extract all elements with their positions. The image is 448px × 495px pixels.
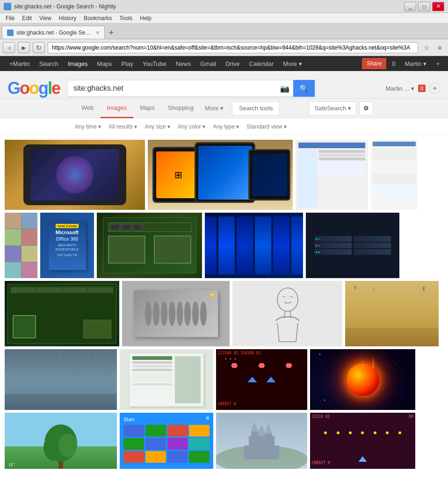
filter-standard-view[interactable]: Standard view ▾ bbox=[246, 123, 286, 130]
active-tab[interactable]: site:ghacks.net - Google Search × bbox=[2, 26, 105, 39]
bookmark-star-icon[interactable]: ☆ bbox=[421, 42, 432, 53]
search-button[interactable]: 🔍 bbox=[293, 80, 315, 97]
google-header: Google 📷 🔍 Martin ... ▾ 0 + bbox=[0, 71, 448, 99]
camera-search-icon[interactable]: 📷 bbox=[276, 84, 293, 93]
filter-any-time[interactable]: Any time ▾ bbox=[75, 123, 101, 130]
menu-bookmarks[interactable]: Bookmarks bbox=[80, 14, 116, 22]
list-item[interactable] bbox=[5, 281, 119, 346]
list-item[interactable] bbox=[5, 213, 37, 278]
list-item[interactable]: need 2 know Microsoft Office 365 SECURIT… bbox=[40, 213, 94, 278]
svg-line-14 bbox=[107, 349, 108, 359]
tab-images[interactable]: Images bbox=[101, 99, 134, 118]
plus-button[interactable]: + bbox=[432, 60, 443, 67]
url-input[interactable] bbox=[48, 42, 418, 53]
svg-line-11 bbox=[79, 349, 79, 359]
tab-more[interactable]: More ▾ bbox=[200, 99, 228, 118]
list-item[interactable] bbox=[205, 213, 303, 278]
martin-label: Martin bbox=[405, 60, 422, 67]
svg-line-4 bbox=[13, 349, 14, 359]
menu-view[interactable]: View bbox=[36, 14, 55, 22]
svg-line-9 bbox=[60, 350, 61, 359]
tab-bar: site:ghacks.net - Google Search × + bbox=[0, 23, 448, 39]
google-nav-news[interactable]: News bbox=[171, 56, 196, 71]
logo-text: Google bbox=[7, 79, 60, 98]
list-item[interactable] bbox=[310, 349, 415, 410]
menu-tools[interactable]: Tools bbox=[116, 14, 136, 22]
list-item[interactable]: 12310 81 DP CREDIT 9 bbox=[310, 413, 415, 469]
image-row-3 bbox=[5, 281, 443, 346]
user-display-name: Martin ... ▾ bbox=[386, 85, 414, 92]
google-nav-play[interactable]: Play bbox=[116, 56, 137, 71]
tablet-device bbox=[23, 144, 126, 205]
tree-svg bbox=[33, 417, 89, 469]
list-item[interactable] bbox=[97, 213, 202, 278]
google-nav-more[interactable]: More ▾ bbox=[278, 56, 306, 71]
tab-web[interactable]: Web bbox=[75, 99, 101, 118]
list-item[interactable] bbox=[371, 140, 418, 210]
search-input[interactable] bbox=[68, 84, 276, 93]
settings-gear-icon[interactable]: ⚙ bbox=[359, 101, 373, 115]
google-nav-martin-name: Martin bbox=[13, 60, 30, 67]
title-bar: site:ghacks.net - Google Search - Nightl… bbox=[0, 0, 448, 13]
google-nav-gmail[interactable]: Gmail bbox=[195, 56, 221, 71]
list-item[interactable] bbox=[216, 413, 307, 469]
filter-all-results[interactable]: All results ▾ bbox=[108, 123, 137, 130]
list-item[interactable] bbox=[232, 281, 342, 346]
new-tab-button[interactable]: + bbox=[105, 27, 118, 39]
search-box: 📷 🔍 bbox=[67, 80, 315, 97]
address-bar: ◄ ► ↻ ☆ ≡ bbox=[0, 39, 448, 56]
google-nav-images[interactable]: Images bbox=[63, 56, 93, 71]
maximize-button[interactable]: □ bbox=[418, 2, 430, 11]
list-item[interactable]: 123100 81 254340 01 bbox=[216, 349, 307, 410]
search-tools-button[interactable]: Search tools bbox=[232, 101, 280, 115]
list-item[interactable] bbox=[345, 281, 439, 346]
list-item[interactable]: ⊞ bbox=[148, 140, 293, 210]
image-row-1: ⊞ bbox=[5, 140, 443, 210]
tablet-small bbox=[248, 149, 290, 201]
browser-icon bbox=[4, 3, 11, 10]
tab-maps[interactable]: Maps bbox=[133, 99, 161, 118]
browser-window: site:ghacks.net - Google Search - Nightl… bbox=[0, 0, 448, 476]
safe-search-button[interactable]: SafeSearch ▾ bbox=[309, 101, 356, 115]
reader-icon[interactable]: ≡ bbox=[434, 42, 445, 53]
add-account-button[interactable]: + bbox=[429, 83, 441, 94]
google-nav-plus-martin[interactable]: +Martin bbox=[5, 56, 35, 71]
list-item[interactable]: Start ⊞ bbox=[120, 413, 213, 469]
menu-help[interactable]: Help bbox=[136, 14, 155, 22]
menu-history[interactable]: History bbox=[55, 14, 80, 22]
filter-any-color[interactable]: Any color ▾ bbox=[178, 123, 205, 130]
svg-rect-28 bbox=[244, 445, 279, 459]
notification-badge[interactable]: 0 bbox=[418, 85, 426, 92]
back-button[interactable]: ◄ bbox=[3, 42, 15, 53]
menu-bar: File Edit View History Bookmarks Tools H… bbox=[0, 13, 448, 23]
refresh-button[interactable]: ↻ bbox=[33, 42, 45, 53]
menu-edit[interactable]: Edit bbox=[18, 14, 36, 22]
list-item[interactable] bbox=[306, 213, 399, 278]
list-item[interactable] bbox=[296, 140, 368, 210]
list-item[interactable] bbox=[122, 281, 230, 346]
menu-file[interactable]: File bbox=[2, 14, 18, 22]
filter-any-size[interactable]: Any size ▾ bbox=[145, 123, 170, 130]
google-nav-maps[interactable]: Maps bbox=[93, 56, 117, 71]
search-magnifier-icon: 🔍 bbox=[299, 84, 309, 93]
list-item[interactable] bbox=[120, 349, 213, 410]
google-nav-youtube[interactable]: YouTube bbox=[138, 56, 171, 71]
list-item[interactable] bbox=[5, 140, 145, 210]
user-profile-button[interactable]: Martin ▾ bbox=[401, 60, 431, 67]
tab-close-button[interactable]: × bbox=[96, 29, 100, 36]
tab-shopping[interactable]: Shopping bbox=[161, 99, 200, 118]
share-button[interactable]: Share bbox=[362, 58, 386, 69]
tablets-inner: ⊞ bbox=[148, 140, 293, 210]
google-nav-search[interactable]: Search bbox=[35, 56, 63, 71]
minimize-button[interactable]: _ bbox=[404, 2, 416, 11]
filter-any-type[interactable]: Any type ▾ bbox=[213, 123, 239, 130]
close-button[interactable]: ✕ bbox=[432, 2, 444, 11]
list-item[interactable]: 11° bbox=[5, 413, 117, 469]
forward-button[interactable]: ► bbox=[18, 42, 30, 53]
google-nav-calendar[interactable]: Calendar bbox=[245, 56, 279, 71]
notification-count[interactable]: 0 bbox=[388, 60, 399, 67]
filter-bar: Any time ▾ All results ▾ Any size ▾ Any … bbox=[0, 118, 448, 135]
list-item[interactable] bbox=[5, 349, 117, 410]
svg-rect-24 bbox=[251, 431, 258, 445]
google-nav-drive[interactable]: Drive bbox=[221, 56, 244, 71]
